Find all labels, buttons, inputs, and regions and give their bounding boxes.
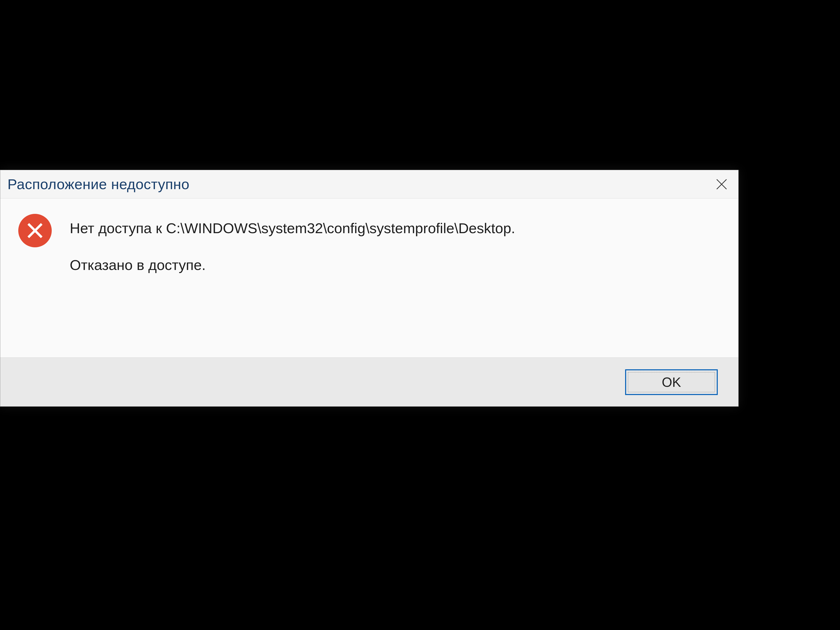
close-button[interactable]: [705, 170, 738, 198]
dialog-message: Нет доступа к C:\WINDOWS\system32\config…: [70, 214, 718, 347]
titlebar: Расположение недоступно: [0, 170, 738, 199]
dialog-body: Нет доступа к C:\WINDOWS\system32\config…: [0, 199, 738, 357]
message-sub: Отказано в доступе.: [70, 256, 718, 275]
message-main: Нет доступа к C:\WINDOWS\system32\config…: [70, 219, 718, 238]
dialog-title: Расположение недоступно: [8, 176, 189, 193]
close-icon: [716, 178, 728, 190]
dialog-footer: OK: [0, 357, 738, 406]
error-icon-wrap: [18, 214, 52, 247]
ok-button[interactable]: OK: [625, 369, 718, 395]
error-icon: [18, 214, 52, 247]
error-dialog: Расположение недоступно Нет доступа к C:…: [0, 170, 739, 407]
